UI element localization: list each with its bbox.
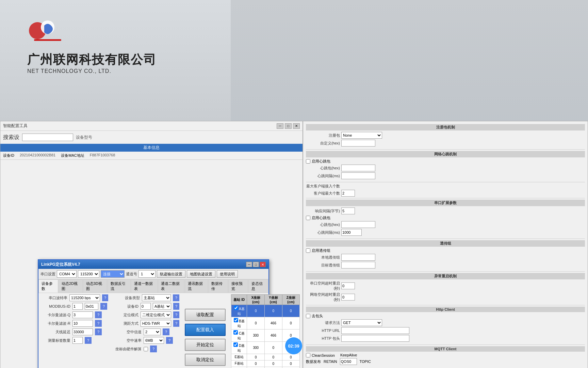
base-a-check[interactable] <box>234 306 238 310</box>
retain-label: RETAIN <box>324 359 337 364</box>
mac-value: F887F1003768 <box>90 153 115 158</box>
main-maximize-button[interactable]: □ <box>285 123 292 129</box>
coord-calc-checkbox[interactable] <box>144 347 148 351</box>
baud-rate-form-select[interactable]: 115200 bps <box>69 294 100 301</box>
baud-rate-select[interactable]: 115200 <box>78 270 99 278</box>
antenna-help-btn[interactable]: ? <box>95 328 102 335</box>
method-row: 请求方法 GET <box>306 319 585 326</box>
com-port-select[interactable]: COM4 <box>57 270 77 278</box>
start-locate-button[interactable]: 开始定位 <box>185 339 226 351</box>
keepalive-row: KeepAlive <box>340 353 357 357</box>
base-b-check[interactable] <box>234 318 238 322</box>
device-id-help-btn[interactable]: ? <box>173 303 179 310</box>
base-e-x: 0 <box>247 354 265 361</box>
tab-device-params[interactable]: 设备参数 <box>38 279 58 293</box>
modbus-hex-input[interactable] <box>85 303 98 310</box>
relay-title: 透传组 <box>306 240 585 247</box>
cancel-locate-button[interactable]: 取消定位 <box>185 354 226 366</box>
map-trace-btn[interactable]: 地图轨迹设置 <box>187 270 215 278</box>
register-pkg-row: 注册包 None <box>306 132 585 139</box>
modbus-help-btn[interactable]: ? <box>100 303 107 310</box>
search-input[interactable] <box>22 134 73 141</box>
base-c-y: 466 <box>265 329 282 342</box>
tab-posture[interactable]: 姿态信息 <box>248 279 268 293</box>
modbus-id-input[interactable] <box>72 303 83 310</box>
target-relay-input[interactable] <box>341 262 375 269</box>
device-id-form-input[interactable] <box>141 303 151 310</box>
tab-channel2-table[interactable]: 通道二数据表 <box>158 279 184 293</box>
kf-q-help-btn[interactable]: ? <box>95 311 102 318</box>
kf-r-input[interactable] <box>72 320 93 327</box>
send-pkg-checkbox[interactable] <box>306 314 310 318</box>
base-c-check[interactable] <box>233 330 238 335</box>
heartbeat2-pkg-input[interactable] <box>341 221 375 228</box>
baud-help-btn[interactable]: ? <box>102 294 108 301</box>
main-minimize-button[interactable]: ─ <box>277 123 283 129</box>
write-config-button[interactable]: 配置载入 <box>185 324 226 336</box>
measure-tag-input[interactable] <box>72 337 83 344</box>
url-input[interactable] <box>341 327 409 334</box>
qos-input[interactable] <box>340 358 357 365</box>
serial-overflow-input[interactable] <box>341 282 355 289</box>
enable-heartbeat-row: 启用心跳包 <box>306 159 585 164</box>
register-pkg-select[interactable]: None <box>341 132 382 139</box>
method-select[interactable]: GET <box>341 319 382 326</box>
device-type-select[interactable]: 主基站 <box>142 294 171 301</box>
base-a-select[interactable]: A基站 <box>153 303 171 310</box>
client-max-input[interactable] <box>341 190 355 197</box>
coord-help-btn[interactable]: ? <box>150 346 157 352</box>
tab-data-transfer[interactable]: 数据传传 <box>208 279 228 293</box>
device-type-help-btn[interactable]: ? <box>173 294 179 301</box>
air-channel-select[interactable]: 2 <box>144 328 161 335</box>
measure-mode-help-btn[interactable]: ? <box>173 320 179 327</box>
dialog-maximize-button[interactable]: □ <box>253 262 259 267</box>
base-a-y: 0 <box>265 305 282 317</box>
tab-channel1-table[interactable]: 通道一数据表 <box>131 279 158 293</box>
heartbeat-pkg-input[interactable] <box>341 165 375 171</box>
local-relay-label: 本地透传组 <box>306 255 340 260</box>
tab-2d-view[interactable]: 动态2D视图 <box>59 279 83 293</box>
channel-select[interactable]: 1 <box>138 270 156 278</box>
dialog-minimize-button[interactable]: ─ <box>246 262 252 267</box>
custom-hex-input[interactable] <box>341 140 375 147</box>
divider-7 <box>306 344 585 345</box>
air-rate-row: 空中速率 6MB ? <box>111 337 179 344</box>
locate-mode-select[interactable]: 二维定位模式 <box>141 311 171 318</box>
main-close-button[interactable]: ✕ <box>293 123 300 129</box>
air-channel-label: 空中信道 <box>111 329 142 335</box>
dialog-close-button[interactable]: ✕ <box>260 262 266 267</box>
tab-data-replay[interactable]: 数据反引流 <box>108 279 131 293</box>
net-overflow-input[interactable] <box>341 294 355 301</box>
measure-help-btn[interactable]: ? <box>85 337 92 344</box>
antenna-delay-input[interactable] <box>72 328 93 335</box>
base-d-check[interactable] <box>233 342 238 347</box>
local-relay-input[interactable] <box>341 254 375 261</box>
use-guide-btn[interactable]: 使用说明 <box>217 270 238 278</box>
enable-relay-checkbox[interactable] <box>306 248 310 253</box>
locate-mode-help-btn[interactable]: ? <box>173 311 179 318</box>
read-config-button[interactable]: 读取配置 <box>185 309 226 321</box>
kf-r-help-btn[interactable]: ? <box>95 320 102 327</box>
tab-data-stream[interactable]: 通讯数据流 <box>185 279 208 293</box>
base-g-x: 0 <box>247 367 265 368</box>
tab-3d-view[interactable]: 动态3D视图 <box>83 279 107 293</box>
enable-heartbeat-checkbox[interactable] <box>306 159 310 164</box>
kf-q-input[interactable] <box>72 311 93 318</box>
response-bytes-input[interactable] <box>341 208 355 214</box>
track-output-btn[interactable]: 轨迹输出设置 <box>157 270 185 278</box>
mqtt-client-title: MQTT Client <box>306 346 585 352</box>
heartbeat2-interval-input[interactable] <box>341 229 362 236</box>
enable-relay-row: 启用透传组 <box>306 248 585 253</box>
air-channel-help-btn[interactable]: ? <box>163 328 169 335</box>
tab-recv-preview[interactable]: 接收预览 <box>228 279 248 293</box>
enable-heartbeat-label: 启用心跳包 <box>312 159 330 164</box>
connect-btn-select[interactable]: 连接 <box>101 270 125 278</box>
enable-heartbeat2-checkbox[interactable] <box>306 216 310 220</box>
clean-session-checkbox[interactable] <box>306 353 310 357</box>
air-rate-help-btn[interactable]: ? <box>166 337 173 344</box>
air-rate-select[interactable]: 6MB <box>144 337 164 344</box>
heartbeat-interval-input[interactable] <box>341 172 375 179</box>
measure-mode-select[interactable]: HDS-TWR <box>141 320 171 327</box>
pkg-input[interactable] <box>341 335 409 342</box>
baud-rate-label: 串口波特率 <box>40 295 67 301</box>
